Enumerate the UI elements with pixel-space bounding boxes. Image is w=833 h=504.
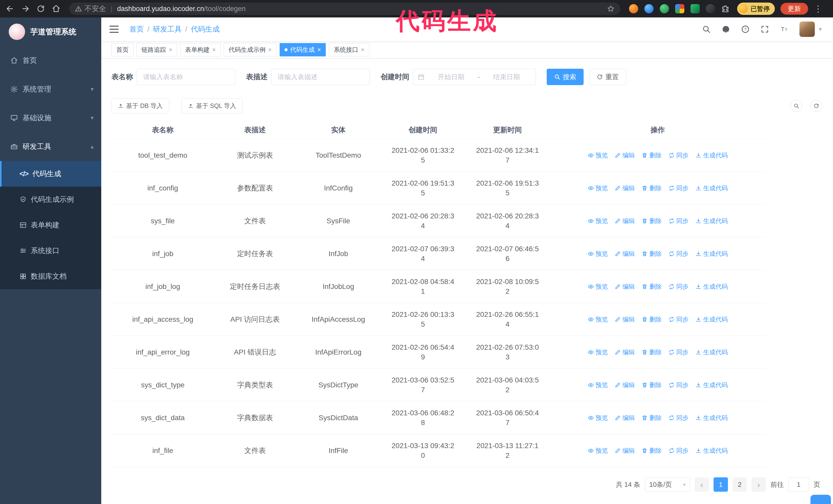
browser-menu-kebab-icon[interactable]: ⋮ (814, 4, 823, 14)
chevron-down-icon[interactable]: ▾ (819, 26, 822, 32)
sync-link[interactable]: 同步 (668, 150, 689, 160)
edit-link[interactable]: 编辑 (615, 216, 635, 226)
tab-form-builder[interactable]: 表单构建× (180, 43, 221, 56)
tab-codegen-example[interactable]: 代码生成示例× (224, 43, 277, 56)
edit-link[interactable]: 编辑 (615, 315, 635, 324)
sidebar-collapse-button[interactable] (110, 26, 119, 33)
generate-code-link[interactable]: 生成代码 (695, 150, 728, 160)
page-size-select[interactable]: 10条/页 ▾ (645, 477, 690, 492)
home-button[interactable] (52, 4, 61, 13)
sync-link[interactable]: 同步 (668, 315, 689, 324)
generate-code-link[interactable]: 生成代码 (695, 413, 728, 423)
tab-system-api[interactable]: 系统接口× (329, 43, 369, 56)
delete-link[interactable]: 删除 (642, 413, 662, 423)
edit-link[interactable]: 编辑 (615, 413, 635, 423)
sidebar-item-home[interactable]: 首页 (0, 46, 101, 75)
delete-link[interactable]: 删除 (642, 183, 662, 193)
generate-code-link[interactable]: 生成代码 (695, 380, 728, 390)
import-db-button[interactable]: 基于 DB 导入 (112, 98, 169, 113)
delete-link[interactable]: 删除 (642, 380, 662, 390)
extension-icon[interactable] (690, 4, 700, 13)
browser-update-button[interactable]: 更新 (781, 3, 808, 15)
delete-link[interactable]: 删除 (642, 150, 662, 160)
delete-link[interactable]: 删除 (642, 347, 662, 357)
preview-link[interactable]: 预览 (588, 380, 608, 390)
floating-widget[interactable] (810, 495, 831, 504)
extension-icon[interactable] (706, 4, 715, 13)
reload-button[interactable] (37, 4, 45, 13)
generate-code-link[interactable]: 生成代码 (695, 315, 728, 324)
tab-tracing[interactable]: 链路追踪× (137, 43, 177, 56)
sidebar-item-codegen[interactable]: </> 代码生成 (0, 161, 101, 187)
edit-link[interactable]: 编辑 (615, 347, 635, 357)
generate-code-link[interactable]: 生成代码 (695, 216, 728, 226)
user-avatar[interactable] (800, 22, 815, 37)
edit-link[interactable]: 编辑 (615, 446, 635, 456)
close-icon[interactable]: × (361, 47, 364, 53)
preview-link[interactable]: 预览 (588, 183, 608, 193)
sync-link[interactable]: 同步 (668, 249, 689, 259)
sidebar-item-db-doc[interactable]: 数据库文档 (0, 264, 101, 289)
page-1-button[interactable]: 1 (714, 477, 728, 492)
goto-page-input[interactable] (788, 477, 809, 492)
generate-code-link[interactable]: 生成代码 (695, 347, 728, 357)
profile-sync-badge[interactable]: 已暂停 (737, 3, 775, 15)
sync-link[interactable]: 同步 (668, 347, 689, 357)
preview-link[interactable]: 预览 (588, 347, 608, 357)
toggle-search-button[interactable] (790, 100, 802, 112)
breadcrumb-item[interactable]: 研发工具 (153, 24, 182, 34)
sync-link[interactable]: 同步 (668, 446, 689, 456)
sync-link[interactable]: 同步 (668, 282, 689, 291)
search-button[interactable]: 搜索 (547, 69, 584, 85)
help-icon[interactable]: ? (741, 25, 750, 33)
edit-link[interactable]: 编辑 (615, 282, 635, 291)
forward-button[interactable] (21, 4, 30, 13)
bookmark-star-icon[interactable] (607, 5, 615, 13)
delete-link[interactable]: 删除 (642, 216, 662, 226)
tab-home[interactable]: 首页 (112, 43, 134, 56)
edit-link[interactable]: 编辑 (615, 183, 635, 193)
sync-link[interactable]: 同步 (668, 216, 689, 226)
sidebar-item-system[interactable]: 系统管理 ▾ (0, 75, 101, 103)
delete-link[interactable]: 删除 (642, 446, 662, 456)
page-2-button[interactable]: 2 (733, 477, 747, 492)
omnibox[interactable]: 不安全 | dashboard.yudao.iocoder.cn/tool/co… (69, 3, 620, 15)
search-icon[interactable] (702, 25, 711, 33)
delete-link[interactable]: 删除 (642, 315, 662, 324)
preview-link[interactable]: 预览 (588, 315, 608, 324)
fullscreen-icon[interactable] (760, 25, 769, 33)
sidebar-item-infrastructure[interactable]: 基础设施 ▾ (0, 103, 101, 132)
extension-icon[interactable] (675, 4, 684, 13)
github-icon[interactable] (721, 25, 730, 33)
generate-code-link[interactable]: 生成代码 (695, 282, 728, 291)
generate-code-link[interactable]: 生成代码 (695, 183, 728, 193)
breadcrumb-item[interactable]: 首页 (129, 24, 144, 34)
delete-link[interactable]: 删除 (642, 249, 662, 259)
close-icon[interactable]: × (317, 47, 321, 53)
reset-button[interactable]: 重置 (589, 69, 626, 85)
edit-link[interactable]: 编辑 (615, 249, 635, 259)
generate-code-link[interactable]: 生成代码 (695, 446, 728, 456)
sidebar-logo[interactable]: 芋道管理系统 (0, 18, 101, 46)
import-sql-button[interactable]: 基于 SQL 导入 (182, 98, 242, 113)
preview-link[interactable]: 预览 (588, 413, 608, 423)
preview-link[interactable]: 预览 (588, 446, 608, 456)
sidebar-item-system-api[interactable]: 系统接口 (0, 238, 101, 264)
prev-page-button[interactable]: ‹ (695, 477, 709, 492)
preview-link[interactable]: 预览 (588, 150, 608, 160)
preview-link[interactable]: 预览 (588, 282, 608, 291)
sync-link[interactable]: 同步 (668, 413, 689, 423)
extension-icon[interactable] (644, 4, 653, 13)
extension-icon[interactable] (660, 4, 669, 13)
close-icon[interactable]: × (212, 47, 216, 53)
sidebar-item-form-builder[interactable]: 表单构建 (0, 212, 101, 238)
extensions-puzzle-button[interactable] (721, 5, 730, 13)
tab-codegen[interactable]: 代码生成× (280, 43, 326, 56)
font-size-icon[interactable]: TT (780, 25, 789, 33)
next-page-button[interactable]: › (752, 477, 766, 492)
sidebar-item-codegen-example[interactable]: 代码生成示例 (0, 187, 101, 212)
extension-icon[interactable] (629, 4, 638, 13)
close-icon[interactable]: × (268, 47, 272, 53)
edit-link[interactable]: 编辑 (615, 150, 635, 160)
preview-link[interactable]: 预览 (588, 249, 608, 259)
